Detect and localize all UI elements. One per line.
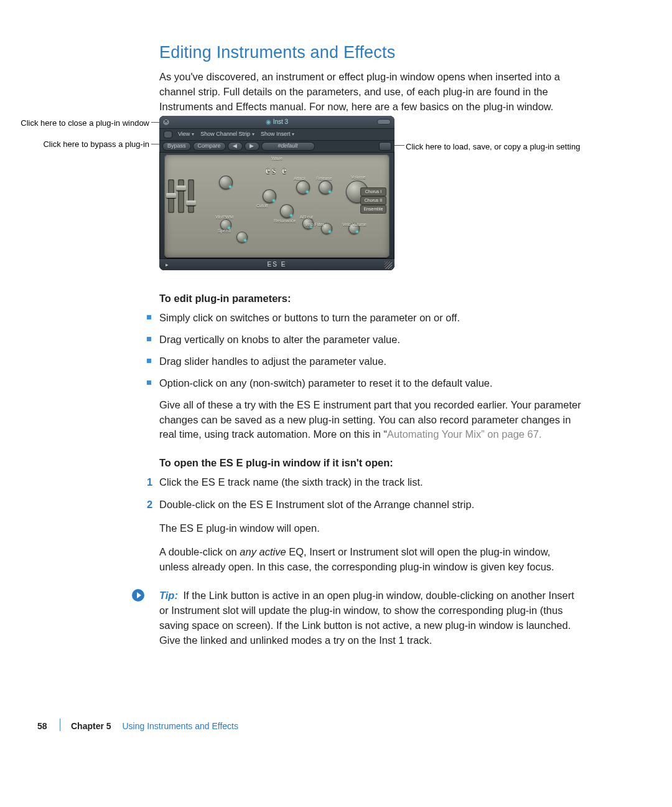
label-speed: Speed <box>218 228 230 234</box>
bullet-icon <box>147 315 151 319</box>
attack-knob[interactable] <box>296 181 310 194</box>
label-resonance: Resonance <box>274 218 296 224</box>
bullet-icon <box>147 337 151 341</box>
callout-close: Click here to close a plug-in window <box>0 118 149 129</box>
step-number: 2 <box>147 498 152 512</box>
callout-bypass: Click here to bypass a plug-in <box>0 139 149 150</box>
synth-footer-name: ES E <box>268 261 287 268</box>
list-item: Drag vertically on knobs to alter the pa… <box>159 333 582 347</box>
ensemble-button[interactable]: Ensemble <box>361 205 386 213</box>
play-icon[interactable]: ▸ <box>166 259 170 270</box>
compare-button[interactable]: Compare <box>194 143 225 150</box>
link-automating-mix[interactable]: Automating Your Mix <box>387 428 481 440</box>
wave-knob[interactable] <box>219 176 233 189</box>
list-item: 2Double-click on the ES E Instrument slo… <box>159 498 582 512</box>
prev-preset-button[interactable]: ◀ <box>228 143 242 150</box>
label-velofilter: Velo Filter <box>305 222 324 228</box>
minimize-button[interactable] <box>377 119 391 125</box>
cutoff-knob[interactable] <box>263 189 276 203</box>
tip-text: If the Link button is active in an open … <box>159 590 574 646</box>
label-volume: Volume <box>351 174 365 181</box>
paragraph-will-open: The ES E plug-in window will open. <box>159 521 582 536</box>
bypass-button[interactable]: Bypass <box>163 143 190 150</box>
next-preset-button[interactable]: ▶ <box>245 143 259 150</box>
resonance-knob[interactable] <box>280 204 294 218</box>
view-menu[interactable]: View <box>178 130 194 138</box>
chorus2-button[interactable]: Chorus II <box>361 197 386 204</box>
plugin-window: ✕ ◉ Inst 3 View Show Channel Strip Show … <box>159 116 394 270</box>
chapter-label: Chapter 5 <box>71 721 111 731</box>
preset-name[interactable]: #default <box>262 143 314 150</box>
label-attack: Attack <box>294 176 306 182</box>
bullet-icon <box>147 380 151 385</box>
paragraph-try-ese: Give all of these a try with the ES E in… <box>159 398 582 443</box>
tip-block: Tip: If the Link button is active in an … <box>159 588 582 648</box>
label-wave: Wave <box>271 156 282 162</box>
speed-knob[interactable] <box>236 232 248 243</box>
octave-slider-16[interactable] <box>188 179 194 213</box>
subhead-edit-params: To edit plug-in parameters: <box>159 291 582 306</box>
subhead-open-ese: To open the ES E plug-in window if it is… <box>159 456 582 471</box>
paragraph-double-click: A double-click on any active EQ, Insert … <box>159 545 582 575</box>
list-item: 1Click the ES E track name (the sixth tr… <box>159 475 582 490</box>
link-icon[interactable] <box>164 131 172 138</box>
synth-panel: es e Wave Cutoff Resonance <box>164 154 390 258</box>
list-item: Option-click on any (non-switch) paramet… <box>159 376 582 391</box>
label-arcut: AR cut <box>300 214 313 220</box>
show-insert-menu[interactable]: Show Insert <box>261 130 295 138</box>
chorus1-button[interactable]: Chorus I <box>361 188 386 196</box>
intro-paragraph: As you've discovered, an instrument or e… <box>159 70 582 115</box>
tip-icon <box>132 589 144 602</box>
page-number: 58 <box>37 720 47 732</box>
chapter-title: Using Instruments and Effects <box>122 721 238 731</box>
list-item: Drag slider handles to adjust the parame… <box>159 354 582 369</box>
plugin-title: Inst 3 <box>273 118 288 125</box>
show-channel-strip-menu[interactable]: Show Channel Strip <box>200 130 254 138</box>
label-velovolume: Velo Volume <box>342 222 366 228</box>
octave-slider-8[interactable] <box>178 179 184 213</box>
release-knob[interactable] <box>319 181 332 194</box>
label-vibpwm: Vib/PWM <box>215 214 233 220</box>
list-item: Simply click on switches or buttons to t… <box>159 311 582 326</box>
label-release: Release <box>316 176 332 182</box>
resize-grip-icon[interactable] <box>385 262 392 269</box>
bullet-icon <box>147 359 151 363</box>
preset-menu-icon[interactable] <box>380 143 391 150</box>
octave-slider-4[interactable] <box>168 179 174 213</box>
label-cutoff: Cutoff <box>256 203 268 209</box>
callout-load: Click here to load, save, or copy a plug… <box>406 142 605 153</box>
step-number: 1 <box>147 475 152 490</box>
tip-label: Tip: <box>159 590 178 601</box>
section-title: Editing Instruments and Effects <box>159 40 582 65</box>
